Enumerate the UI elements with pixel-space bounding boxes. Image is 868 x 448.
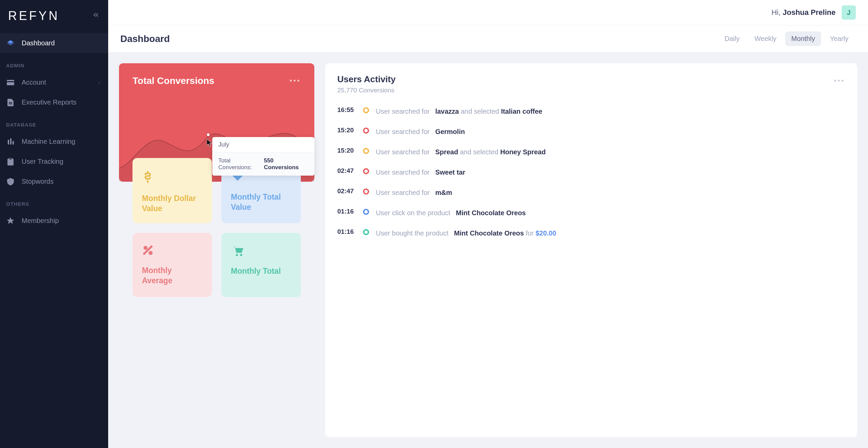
svg-rect-0 — [7, 80, 14, 85]
activity-time: 02:47 — [337, 167, 356, 175]
activity-text: User searched for lavazza and selected I… — [376, 106, 845, 116]
activity-dot-icon — [363, 148, 369, 154]
conversions-more-button[interactable]: ••• — [290, 77, 301, 85]
stat-title: Monthly Total Value — [231, 192, 291, 212]
cart-icon — [231, 244, 291, 260]
tooltip-month: July — [212, 137, 314, 152]
tooltip-label: Total Conversions: — [218, 157, 264, 171]
activity-more-button[interactable]: ••• — [834, 77, 845, 85]
cursor-icon — [207, 139, 212, 148]
svg-rect-5 — [10, 138, 11, 144]
tab-weekly[interactable]: Weekly — [748, 31, 782, 46]
stat-title: Monthly Dollar Value — [142, 194, 202, 214]
activity-row: 02:47 User searched for Sweet tar — [337, 167, 845, 177]
svg-point-9 — [144, 246, 148, 250]
sidebar-item-label: Stopwords — [22, 178, 54, 185]
svg-rect-2 — [9, 102, 12, 103]
stat-card-yellow[interactable]: Monthly Dollar Value — [132, 158, 212, 223]
users-activity-panel: Users Activity 25,770 Conversions ••• 16… — [325, 63, 857, 437]
sidebar-item-label: Dashboard — [22, 39, 55, 47]
activity-time: 01:16 — [337, 208, 356, 215]
activity-dot-icon — [363, 168, 369, 174]
avatar[interactable]: J — [842, 5, 856, 20]
svg-rect-8 — [9, 158, 12, 160]
sidebar-item-stopwords[interactable]: Stopwords — [0, 172, 108, 192]
chart-tooltip: July Total Conversions: 550 Conversions — [212, 137, 314, 176]
page-title: Dashboard — [120, 33, 170, 44]
brand-logo: REFYN — [8, 9, 59, 23]
sidebar-item-executive-reports[interactable]: Executive Reports — [0, 92, 108, 112]
conversions-title: Total Conversions — [132, 75, 301, 86]
sidebar-collapse-button[interactable] — [92, 11, 100, 21]
activity-row: 01:16 User bought the product Mint Choco… — [337, 228, 845, 238]
activity-time: 01:16 — [337, 228, 356, 236]
star-icon — [7, 217, 14, 225]
tooltip-value: 550 Conversions — [264, 157, 308, 171]
activity-row: 16:55 User searched for lavazza and sele… — [337, 106, 845, 116]
activity-time: 15:20 — [337, 147, 356, 154]
sidebar-section-label: DATABASE — [0, 112, 108, 132]
sidebar-item-account[interactable]: Account › — [0, 72, 108, 92]
tab-daily[interactable]: Daily — [718, 31, 745, 46]
activity-time: 02:47 — [337, 187, 356, 195]
card-icon — [7, 79, 14, 86]
activity-text: User searched for Sweet tar — [376, 167, 845, 177]
sidebar-section-label: ADMIN — [0, 53, 108, 72]
activity-row: 01:16 User click on the product Mint Cho… — [337, 208, 845, 218]
stat-title: Monthly Average — [142, 266, 202, 286]
activity-text: User bought the product Mint Chocolate O… — [376, 228, 845, 238]
tab-yearly[interactable]: Yearly — [824, 31, 854, 46]
sidebar-item-label: Machine Learning — [22, 138, 75, 145]
activity-title: Users Activity — [337, 74, 395, 85]
svg-point-13 — [240, 254, 242, 256]
activity-dot-icon — [363, 128, 369, 134]
activity-text: User searched for m&m — [376, 187, 845, 198]
main: Hi, Joshua Preline J Dashboard DailyWeek… — [108, 0, 868, 448]
svg-rect-6 — [13, 141, 14, 144]
sidebar-item-label: Executive Reports — [22, 98, 76, 106]
file-icon — [7, 99, 14, 106]
dollar-icon — [142, 170, 202, 187]
sidebar-item-machine-learning[interactable]: Machine Learning — [0, 132, 108, 152]
activity-dot-icon — [363, 107, 369, 113]
svg-rect-1 — [7, 81, 14, 82]
chevron-double-left-icon — [92, 11, 100, 19]
activity-row: 15:20 User searched for Germolin — [337, 127, 845, 137]
percent-icon — [142, 244, 202, 260]
content: Total Conversions ••• July Total Convers… — [108, 52, 868, 448]
topbar: Hi, Joshua Preline J — [108, 0, 868, 25]
svg-point-10 — [149, 251, 153, 255]
activity-time: 16:55 — [337, 106, 356, 114]
period-tabs: DailyWeeklyMonthlyYearly — [718, 31, 854, 46]
activity-text: User searched for Spread and selected Ho… — [376, 147, 845, 157]
activity-dot-icon — [363, 209, 369, 215]
subheader: Dashboard DailyWeeklyMonthlyYearly — [108, 25, 868, 52]
bars-icon — [7, 138, 14, 145]
activity-dot-icon — [363, 188, 369, 195]
tab-monthly[interactable]: Monthly — [785, 31, 821, 46]
sidebar: REFYN Dashboard ADMIN Account › Executiv… — [0, 0, 108, 448]
svg-rect-3 — [9, 104, 12, 104]
greeting: Hi, Joshua Preline — [771, 8, 836, 17]
activity-text: User searched for Germolin — [376, 127, 845, 137]
activity-row: 02:47 User searched for m&m — [337, 187, 845, 198]
sidebar-item-label: Membership — [22, 217, 59, 225]
activity-time: 15:20 — [337, 127, 356, 134]
svg-rect-4 — [8, 140, 9, 144]
stat-card-pink[interactable]: Monthly Average — [132, 233, 212, 297]
stat-card-teal[interactable]: Monthly Total — [221, 233, 301, 297]
clipboard-icon — [7, 158, 14, 165]
chevron-right-icon: › — [98, 80, 100, 85]
activity-row: 15:20 User searched for Spread and selec… — [337, 147, 845, 157]
svg-point-12 — [236, 254, 238, 256]
sidebar-section-label: OTHERS — [0, 192, 108, 211]
sidebar-item-user-tracking[interactable]: User Tracking — [0, 152, 108, 172]
sidebar-item-membership[interactable]: Membership — [0, 211, 108, 231]
activity-dot-icon — [363, 229, 369, 235]
activity-text: User click on the product Mint Chocolate… — [376, 208, 845, 218]
activity-subtitle: 25,770 Conversions — [337, 87, 395, 94]
sidebar-item-dashboard[interactable]: Dashboard — [0, 33, 108, 53]
sidebar-item-label: Account — [22, 79, 46, 86]
sidebar-item-label: User Tracking — [22, 158, 63, 165]
layers-icon — [7, 40, 14, 47]
